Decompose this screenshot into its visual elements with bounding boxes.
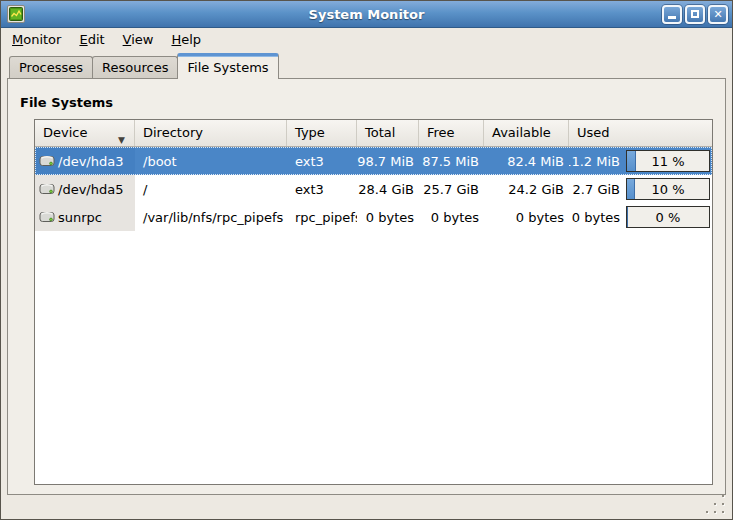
- available-cell: 24.2 GiB: [484, 175, 569, 203]
- used-amount: 2.7 GiB: [573, 182, 626, 197]
- type-cell: rpc_pipefs: [287, 203, 357, 231]
- used-cell: 2.7 GiB 10 %: [569, 175, 712, 203]
- table-empty-area: [35, 231, 712, 484]
- system-monitor-icon: [7, 5, 25, 23]
- free-cell: 87.5 MiB: [419, 147, 484, 175]
- system-monitor-window: System Monitor ✕ Monitor Edit View Help …: [0, 0, 733, 520]
- statusbar: [1, 507, 732, 519]
- file-systems-panel: File Systems Device ▼ Directory Type Tot…: [7, 78, 726, 495]
- total-cell: 0 bytes: [357, 203, 419, 231]
- menu-view-mnemonic: V: [123, 32, 132, 47]
- menu-monitor-mnemonic: M: [12, 32, 23, 47]
- device-cell: /dev/hda5: [35, 175, 135, 203]
- free-cell: 25.7 GiB: [419, 175, 484, 203]
- column-header-type[interactable]: Type: [287, 120, 357, 146]
- table-row[interactable]: /dev/hda3 /boot ext3 98.7 MiB 87.5 MiB 8…: [35, 147, 712, 175]
- used-progress-bar: 0 %: [626, 206, 710, 228]
- free-cell: 0 bytes: [419, 203, 484, 231]
- close-button[interactable]: ✕: [708, 5, 728, 24]
- table-row[interactable]: /dev/hda5 / ext3 28.4 GiB 25.7 GiB 24.2 …: [35, 175, 712, 203]
- used-progress-fill: [627, 179, 635, 199]
- used-cell: 0 bytes 0 %: [569, 203, 712, 231]
- directory-cell: /boot: [135, 147, 287, 175]
- menu-help-label: elp: [181, 32, 201, 47]
- file-systems-table: Device ▼ Directory Type Total Free Avail…: [34, 119, 713, 485]
- hard-disk-icon: [39, 154, 55, 168]
- column-header-free[interactable]: Free: [419, 120, 484, 146]
- used-progress-bar: 11 %: [626, 150, 710, 172]
- menubar: Monitor Edit View Help: [1, 28, 732, 51]
- window-controls: ✕: [662, 5, 728, 24]
- used-progress-bar: 10 %: [626, 178, 710, 200]
- used-amount: 11.2 MiB: [569, 154, 626, 169]
- device-cell: /dev/hda3: [35, 147, 135, 175]
- device-cell: sunrpc: [35, 203, 135, 231]
- close-icon: ✕: [713, 9, 722, 20]
- tab-resources[interactable]: Resources: [92, 56, 178, 78]
- menu-help-mnemonic: H: [171, 32, 181, 47]
- page-title: File Systems: [20, 95, 725, 110]
- device-label: sunrpc: [58, 210, 102, 225]
- hard-disk-icon: [39, 210, 55, 224]
- device-label: /dev/hda3: [58, 154, 123, 169]
- column-header-total[interactable]: Total: [357, 120, 419, 146]
- type-cell: ext3: [287, 175, 357, 203]
- maximize-icon: [691, 10, 699, 18]
- column-header-device-label: Device: [43, 125, 87, 140]
- table-row[interactable]: sunrpc /var/lib/nfs/rpc_pipefs rpc_pipef…: [35, 203, 712, 231]
- hard-disk-icon: [39, 182, 55, 196]
- menu-edit-mnemonic: E: [79, 32, 87, 47]
- menu-help[interactable]: Help: [162, 29, 210, 50]
- tab-processes[interactable]: Processes: [9, 56, 93, 78]
- menu-monitor[interactable]: Monitor: [3, 29, 70, 50]
- directory-cell: /: [135, 175, 287, 203]
- total-cell: 98.7 MiB: [357, 147, 419, 175]
- menu-edit[interactable]: Edit: [70, 29, 113, 50]
- used-percent-label: 0 %: [656, 210, 681, 225]
- column-header-device[interactable]: Device ▼: [35, 120, 135, 146]
- used-progress-fill: [627, 207, 628, 227]
- available-cell: 0 bytes: [484, 203, 569, 231]
- used-progress-fill: [627, 151, 636, 171]
- minimize-button[interactable]: [662, 5, 682, 24]
- used-percent-label: 11 %: [651, 154, 684, 169]
- menu-edit-label: dit: [88, 32, 105, 47]
- tab-file-systems[interactable]: File Systems: [177, 53, 278, 79]
- total-cell: 28.4 GiB: [357, 175, 419, 203]
- device-label: /dev/hda5: [58, 182, 123, 197]
- used-percent-label: 10 %: [651, 182, 684, 197]
- used-cell: 11.2 MiB 11 %: [569, 147, 712, 175]
- table-header: Device ▼ Directory Type Total Free Avail…: [35, 120, 712, 147]
- tab-bar: Processes Resources File Systems: [7, 51, 726, 78]
- used-amount: 0 bytes: [572, 210, 626, 225]
- minimize-icon: [668, 16, 676, 19]
- directory-cell: /var/lib/nfs/rpc_pipefs: [135, 203, 287, 231]
- menu-view-label: iew: [131, 32, 153, 47]
- maximize-button[interactable]: [685, 5, 705, 24]
- resize-grip[interactable]: [706, 495, 724, 513]
- type-cell: ext3: [287, 147, 357, 175]
- titlebar[interactable]: System Monitor ✕: [1, 1, 732, 28]
- column-header-available[interactable]: Available: [484, 120, 569, 146]
- notebook: Processes Resources File Systems File Sy…: [1, 51, 732, 507]
- sort-descending-icon: ▼: [118, 127, 125, 146]
- menu-monitor-label: onitor: [23, 32, 61, 47]
- column-header-used[interactable]: Used: [569, 120, 712, 146]
- window-title: System Monitor: [1, 7, 732, 22]
- column-header-directory[interactable]: Directory: [135, 120, 287, 146]
- available-cell: 82.4 MiB: [484, 147, 569, 175]
- menu-view[interactable]: View: [114, 29, 163, 50]
